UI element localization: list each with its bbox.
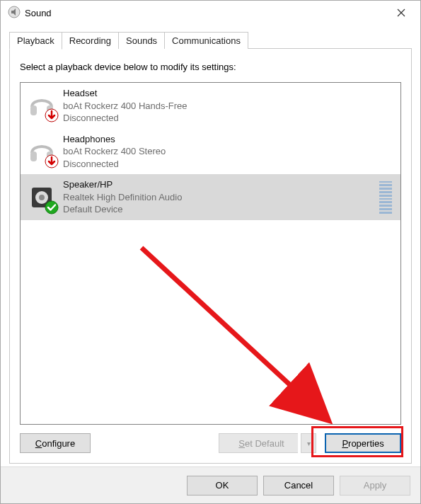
device-text: Headphones boAt Rockerz 400 Stereo Disco…	[63, 133, 395, 171]
tab-playback[interactable]: Playback	[9, 32, 62, 50]
set-default-button: Set Default	[219, 433, 298, 453]
cancel-button[interactable]: Cancel	[263, 476, 334, 496]
instruction-text: Select a playback device below to modify…	[20, 62, 401, 72]
tab-sounds[interactable]: Sounds	[118, 32, 165, 49]
device-list[interactable]: Headset boAt Rockerz 400 Hands-Free Disc…	[20, 82, 401, 425]
device-desc: boAt Rockerz 400 Hands-Free	[63, 100, 395, 113]
device-status: Default Device	[63, 203, 379, 216]
close-button[interactable]	[385, 1, 417, 24]
device-status: Disconnected	[63, 112, 395, 125]
client-area: Playback Recording Sounds Communications…	[1, 25, 420, 466]
device-row-headphones[interactable]: Headphones boAt Rockerz 400 Stereo Disco…	[21, 129, 400, 175]
tab-strip: Playback Recording Sounds Communications	[9, 30, 412, 49]
svg-point-10	[45, 201, 58, 214]
sound-dialog: Sound Playback Recording Sounds Communic…	[0, 0, 421, 504]
device-row-headset[interactable]: Headset boAt Rockerz 400 Hands-Free Disc…	[21, 83, 400, 129]
device-text: Speaker/HP Realtek High Definition Audio…	[63, 178, 379, 216]
ok-button[interactable]: OK	[187, 476, 258, 496]
headset-icon	[26, 136, 57, 167]
svg-rect-1	[30, 105, 37, 115]
panel-button-row: Configure Set Default ▾ Properties	[20, 433, 401, 453]
device-text: Headset boAt Rockerz 400 Hands-Free Disc…	[63, 87, 395, 125]
svg-rect-4	[30, 151, 37, 161]
properties-button[interactable]: Properties	[325, 433, 401, 453]
set-default-label: Set Default	[238, 438, 284, 449]
check-overlay-icon	[45, 200, 59, 214]
sound-icon	[8, 6, 21, 21]
device-desc: Realtek High Definition Audio	[63, 191, 379, 204]
tab-recording[interactable]: Recording	[62, 32, 119, 49]
configure-button[interactable]: Configure	[20, 433, 91, 453]
configure-label: Configure	[35, 438, 75, 449]
device-name: Headset	[63, 87, 395, 100]
down-arrow-overlay-icon	[45, 108, 59, 122]
speaker-icon	[26, 182, 57, 213]
level-meter	[379, 181, 392, 214]
svg-point-9	[39, 195, 45, 200]
device-row-speaker[interactable]: Speaker/HP Realtek High Definition Audio…	[21, 174, 400, 220]
device-name: Speaker/HP	[63, 178, 379, 191]
tab-communications[interactable]: Communications	[164, 32, 248, 49]
titlebar: Sound	[1, 1, 420, 25]
set-default-dropdown: ▾	[301, 433, 316, 453]
device-status: Disconnected	[63, 158, 395, 171]
apply-button: Apply	[340, 476, 410, 496]
headset-icon	[26, 90, 57, 121]
device-desc: boAt Rockerz 400 Stereo	[63, 145, 395, 158]
dialog-button-row: OK Cancel Apply	[1, 466, 420, 503]
playback-panel: Select a playback device below to modify…	[9, 48, 412, 464]
properties-label: Properties	[342, 438, 383, 449]
window-title: Sound	[21, 8, 385, 18]
chevron-down-icon: ▾	[307, 440, 311, 447]
down-arrow-overlay-icon	[45, 154, 59, 168]
device-name: Headphones	[63, 133, 395, 146]
